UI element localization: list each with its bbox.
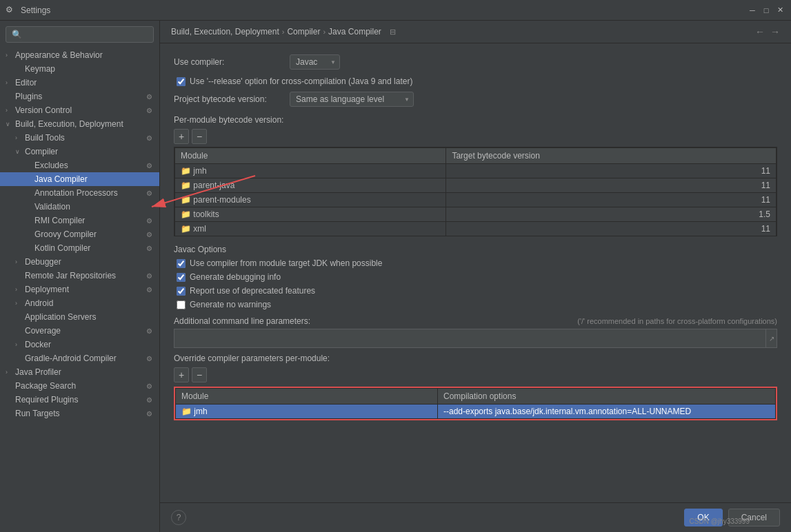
sidebar-item-label: Gradle-Android Compiler bbox=[25, 354, 144, 363]
cross-compile-label: Use '--release' option for cross-compila… bbox=[190, 76, 412, 86]
sidebar-item-editor[interactable]: › Editor bbox=[0, 76, 159, 90]
settings-window: ⚙ Settings ─ □ ✕ 🔍 › Appearance & Behavi… bbox=[0, 0, 791, 532]
version-cell: 11 bbox=[446, 164, 777, 178]
module-cell: 📁 parent-java bbox=[175, 178, 446, 193]
sidebar-item-annotation-processors[interactable]: Annotation Processors ⚙ bbox=[0, 186, 159, 200]
remove-override-button[interactable]: − bbox=[192, 367, 207, 382]
gear-icon: ⚙ bbox=[144, 285, 154, 294]
override-data-table: Module Compilation options 📁 jmh --add-e… bbox=[175, 388, 776, 419]
table-row[interactable]: 📁 parent-java 11 bbox=[175, 178, 777, 193]
cross-compile-checkbox[interactable] bbox=[177, 77, 186, 86]
expand-icon: ∨ bbox=[15, 148, 25, 155]
sidebar-item-remote-jar[interactable]: Remote Jar Repositories ⚙ bbox=[0, 269, 159, 283]
javac-debugging-checkbox[interactable] bbox=[177, 273, 186, 282]
nav-forward-button[interactable]: → bbox=[770, 26, 780, 37]
breadcrumb-part-3: Java Compiler bbox=[328, 27, 381, 37]
version-cell: 1.5 bbox=[446, 207, 777, 222]
breadcrumb-bookmark-icon: ⊟ bbox=[390, 28, 396, 37]
sidebar-item-deployment[interactable]: › Deployment ⚙ bbox=[0, 283, 159, 296]
cmd-params-section: Additional command line parameters: ('/'… bbox=[174, 316, 777, 348]
sidebar-item-groovy-compiler[interactable]: Groovy Compiler ⚙ bbox=[0, 227, 159, 241]
add-module-button[interactable]: + bbox=[174, 129, 189, 144]
sidebar-scroll: › Appearance & Behavior Keymap › Editor … bbox=[0, 48, 159, 532]
sidebar-item-label: Docker bbox=[25, 340, 154, 349]
sidebar-item-label: Build Tools bbox=[25, 133, 144, 143]
sidebar-item-label: Java Compiler bbox=[34, 174, 154, 184]
sidebar-item-docker[interactable]: › Docker bbox=[0, 338, 159, 351]
sidebar-item-label: Java Profiler bbox=[15, 367, 154, 377]
sidebar-item-run-targets[interactable]: Run Targets ⚙ bbox=[0, 407, 159, 420]
sidebar-item-label: Required Plugins bbox=[15, 395, 144, 405]
sidebar-item-rmi-compiler[interactable]: RMI Compiler ⚙ bbox=[0, 214, 159, 227]
table-row[interactable]: 📁 xml 11 bbox=[175, 222, 777, 236]
breadcrumb-nav: ← → bbox=[755, 26, 780, 37]
override-label: Override compiler parameters per-module: bbox=[174, 354, 777, 363]
sidebar-item-required-plugins[interactable]: Required Plugins ⚙ bbox=[0, 393, 159, 407]
gear-icon: ⚙ bbox=[144, 395, 154, 405]
search-input[interactable] bbox=[25, 30, 148, 39]
javac-module-jdk-checkbox[interactable] bbox=[177, 259, 186, 268]
sidebar-item-plugins[interactable]: Plugins ⚙ bbox=[0, 90, 159, 103]
javac-opt-4-label: Generate no warnings bbox=[190, 300, 271, 309]
search-box[interactable]: 🔍 bbox=[6, 26, 154, 43]
arrow-icon: › bbox=[6, 52, 15, 59]
sidebar-item-build-tools[interactable]: › Build Tools ⚙ bbox=[0, 131, 159, 145]
sidebar-item-version-control[interactable]: › Version Control ⚙ bbox=[0, 103, 159, 117]
remove-module-button[interactable]: − bbox=[192, 129, 207, 144]
compiler-select[interactable]: Javac Eclipse Ajc bbox=[290, 54, 340, 70]
maximize-button[interactable]: □ bbox=[761, 5, 772, 16]
sidebar-item-debugger[interactable]: › Debugger bbox=[0, 255, 159, 269]
sidebar-item-build-execution[interactable]: ∨ Build, Execution, Deployment bbox=[0, 117, 159, 131]
sidebar-item-appearance[interactable]: › Appearance & Behavior bbox=[0, 48, 159, 62]
minimize-button[interactable]: ─ bbox=[747, 5, 758, 16]
sidebar-item-application-servers[interactable]: Application Servers bbox=[0, 310, 159, 324]
sidebar-item-package-search[interactable]: Package Search ⚙ bbox=[0, 379, 159, 393]
javac-nowarnings-checkbox[interactable] bbox=[177, 300, 186, 309]
sidebar-item-coverage[interactable]: Coverage ⚙ bbox=[0, 324, 159, 338]
sidebar-item-android[interactable]: › Android bbox=[0, 296, 159, 310]
arrow-icon: › bbox=[15, 134, 25, 141]
gear-icon: ⚙ bbox=[144, 188, 154, 198]
gear-icon: ⚙ bbox=[144, 92, 154, 101]
sidebar-item-excludes[interactable]: Excludes ⚙ bbox=[0, 158, 159, 172]
sidebar-item-compiler[interactable]: ∨ Compiler bbox=[0, 145, 159, 158]
cmd-expand-button[interactable]: ↗ bbox=[766, 329, 777, 348]
sidebar-item-label: Keymap bbox=[25, 64, 154, 74]
sidebar: 🔍 › Appearance & Behavior Keymap › Edito… bbox=[0, 21, 160, 532]
cross-compile-row: Use '--release' option for cross-compila… bbox=[174, 76, 777, 86]
arrow-icon: › bbox=[6, 107, 15, 114]
gear-icon: ⚙ bbox=[144, 216, 154, 225]
sidebar-item-java-compiler[interactable]: Java Compiler bbox=[0, 172, 159, 186]
sidebar-item-validation[interactable]: Validation bbox=[0, 200, 159, 214]
module-toolbar: + − bbox=[174, 129, 777, 144]
table-row[interactable]: 📁 jmh --add-exports java.base/jdk.intern… bbox=[176, 405, 776, 419]
sidebar-item-label: Application Servers bbox=[25, 312, 154, 322]
version-cell: 11 bbox=[446, 193, 777, 207]
sidebar-item-label: Validation bbox=[34, 202, 154, 212]
target-bytecode-col-header: Target bytecode version bbox=[446, 148, 777, 164]
sidebar-item-java-profiler[interactable]: › Java Profiler bbox=[0, 365, 159, 379]
search-icon: 🔍 bbox=[12, 30, 22, 39]
bytecode-select[interactable]: Same as language level bbox=[290, 92, 414, 107]
sidebar-item-kotlin-compiler[interactable]: Kotlin Compiler ⚙ bbox=[0, 241, 159, 255]
settings-panel: Use compiler: Javac Eclipse Ajc Use '--r… bbox=[160, 43, 791, 502]
titlebar: ⚙ Settings ─ □ ✕ bbox=[0, 0, 791, 21]
breadcrumb-bar: Build, Execution, Deployment › Compiler … bbox=[160, 21, 791, 43]
add-override-button[interactable]: + bbox=[174, 367, 189, 382]
table-row[interactable]: 📁 parent-modules 11 bbox=[175, 193, 777, 207]
nav-back-button[interactable]: ← bbox=[755, 26, 765, 37]
javac-deprecated-checkbox[interactable] bbox=[177, 287, 186, 296]
sidebar-item-keymap[interactable]: Keymap bbox=[0, 62, 159, 76]
table-row[interactable]: 📁 toolkits 1.5 bbox=[175, 207, 777, 222]
help-button[interactable]: ? bbox=[171, 510, 186, 525]
cmd-params-input[interactable] bbox=[174, 329, 766, 348]
sidebar-item-gradle-android[interactable]: Gradle-Android Compiler ⚙ bbox=[0, 351, 159, 365]
sidebar-item-label: RMI Compiler bbox=[34, 216, 144, 225]
table-row[interactable]: 📁 jmh 11 bbox=[175, 164, 777, 178]
version-cell: 11 bbox=[446, 178, 777, 193]
gear-icon: ⚙ bbox=[144, 243, 154, 253]
javac-opt-2-label: Generate debugging info bbox=[190, 272, 281, 282]
sidebar-item-label: Debugger bbox=[25, 257, 154, 267]
sidebar-item-label: Version Control bbox=[15, 105, 144, 115]
close-button[interactable]: ✕ bbox=[774, 5, 785, 16]
